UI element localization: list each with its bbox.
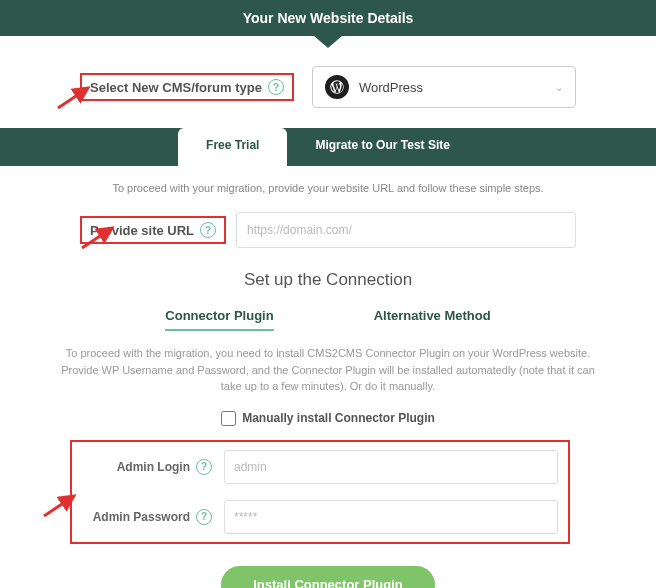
admin-password-input[interactable] bbox=[224, 500, 558, 534]
admin-login-row: Admin Login ? bbox=[72, 442, 568, 492]
install-button[interactable]: Install Connector Plugin bbox=[221, 566, 435, 589]
url-input[interactable] bbox=[236, 212, 576, 248]
help-icon[interactable]: ? bbox=[196, 459, 212, 475]
cms-selected-value: WordPress bbox=[359, 80, 423, 95]
help-icon[interactable]: ? bbox=[200, 222, 216, 238]
setup-title: Set up the Connection bbox=[0, 256, 656, 298]
subtab-connector[interactable]: Connector Plugin bbox=[165, 302, 273, 331]
cms-label-text: Select New CMS/forum type bbox=[90, 80, 262, 95]
chevron-down-icon: ⌄ bbox=[555, 82, 563, 93]
admin-password-row: Admin Password ? bbox=[72, 492, 568, 542]
wordpress-icon bbox=[325, 75, 349, 99]
subtab-alternative[interactable]: Alternative Method bbox=[374, 302, 491, 331]
manual-checkbox-label: Manually install Connector Plugin bbox=[242, 411, 435, 425]
connector-description: To proceed with the migration, you need … bbox=[0, 331, 656, 405]
url-label: Provide site URL ? bbox=[80, 216, 226, 244]
header-title: Your New Website Details bbox=[243, 10, 414, 26]
manual-checkbox[interactable] bbox=[221, 411, 236, 426]
admin-password-label: Admin Password ? bbox=[82, 509, 212, 525]
cms-select[interactable]: WordPress ⌄ bbox=[312, 66, 576, 108]
main-tabs: Free Trial Migrate to Our Test Site bbox=[0, 128, 656, 166]
header-banner: Your New Website Details bbox=[0, 0, 656, 36]
manual-checkbox-row: Manually install Connector Plugin bbox=[0, 405, 656, 436]
subtabs: Connector Plugin Alternative Method bbox=[0, 298, 656, 331]
instruction-text: To proceed with your migration, provide … bbox=[0, 166, 656, 204]
admin-login-label: Admin Login ? bbox=[82, 459, 212, 475]
help-icon[interactable]: ? bbox=[268, 79, 284, 95]
help-icon[interactable]: ? bbox=[196, 509, 212, 525]
cms-row: Select New CMS/forum type ? WordPress ⌄ bbox=[0, 36, 656, 128]
tab-free-trial[interactable]: Free Trial bbox=[178, 128, 287, 166]
url-row: Provide site URL ? bbox=[0, 204, 656, 256]
tab-migrate-test[interactable]: Migrate to Our Test Site bbox=[287, 128, 477, 166]
credentials-box: Admin Login ? Admin Password ? bbox=[70, 440, 570, 544]
url-label-text: Provide site URL bbox=[90, 223, 194, 238]
cms-label: Select New CMS/forum type ? bbox=[80, 73, 294, 101]
admin-login-input[interactable] bbox=[224, 450, 558, 484]
